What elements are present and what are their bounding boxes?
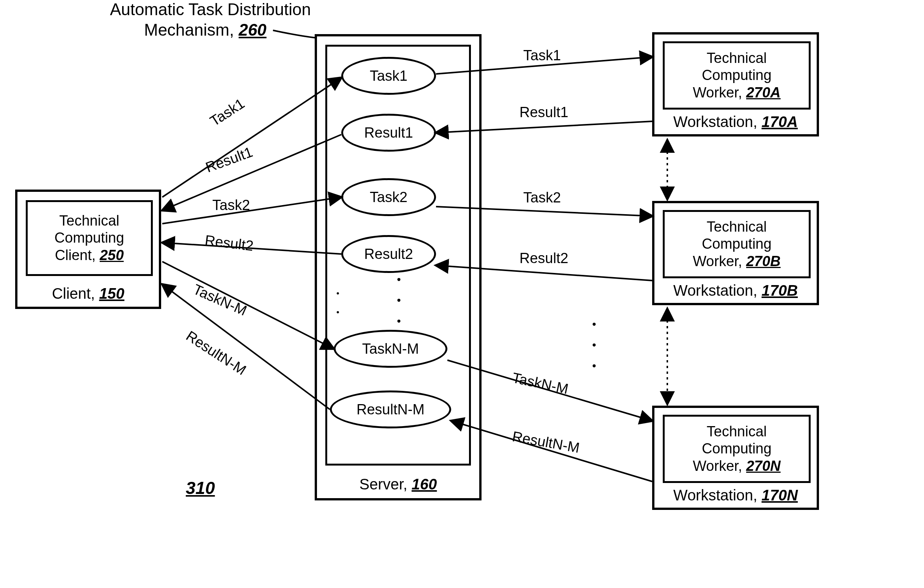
label-worker-result2: Result2	[520, 250, 568, 267]
title-num: 260	[239, 20, 266, 39]
worker-a-line1: Technical	[693, 49, 780, 67]
figure-number: 310	[186, 478, 215, 498]
worker-n-line3-prefix: Worker,	[693, 458, 746, 474]
workstation-b-box: Technical Computing Worker, 270B Worksta…	[652, 201, 819, 305]
label-worker-task2: Task2	[523, 189, 561, 206]
ellipse-resultnm: ResultN-M	[330, 390, 451, 428]
label-worker-task1: Task1	[523, 48, 561, 64]
worker-n-line2: Computing	[693, 440, 780, 458]
server-vdots: • • •	[393, 278, 405, 330]
worker-n-line1: Technical	[693, 423, 780, 441]
ellipse-result1: Result1	[341, 114, 436, 152]
server-footer-prefix: Server,	[360, 476, 412, 492]
diagram-title-line1: Automatic Task Distribution	[110, 0, 311, 19]
ellipse-result2: Result2	[341, 235, 436, 273]
server-footer-num: 160	[412, 476, 437, 492]
workstation-b-footer: Workstation, 170B	[654, 282, 817, 299]
label-client-result2: Result2	[204, 232, 254, 254]
client-line2: Computing	[54, 229, 124, 247]
client-box: Technical Computing Client, 250 Client, …	[15, 189, 161, 309]
worker-b-line1: Technical	[693, 218, 780, 236]
label-worker-result1: Result1	[520, 104, 568, 120]
label-client-task1: Task1	[207, 95, 248, 129]
label-client-tasknm: TaskN-M	[191, 281, 249, 319]
title-prefix: Mechanism,	[144, 20, 239, 39]
workstation-a-footer: Workstation, 170A	[654, 114, 817, 130]
worker-b-inner: Technical Computing Worker, 270B	[663, 210, 811, 278]
label-client-task2: Task2	[212, 197, 250, 213]
label-worker-tasknm: TaskN-M	[511, 370, 570, 397]
label-client-result1: Result1	[204, 144, 255, 176]
client-inner-box: Technical Computing Client, 250	[26, 200, 153, 276]
worker-b-line3-num: 270B	[746, 253, 780, 269]
worker-n-line3-num: 270N	[746, 458, 780, 474]
workstation-a-prefix: Workstation,	[673, 114, 762, 130]
workstation-a-box: Technical Computing Worker, 270A Worksta…	[652, 32, 819, 137]
client-line3-num: 250	[100, 247, 124, 263]
worker-a-line3-num: 270A	[746, 84, 780, 100]
worker-n-inner: Technical Computing Worker, 270N	[663, 415, 811, 483]
worker-b-line2: Computing	[693, 236, 780, 253]
client-footer-prefix: Client,	[52, 285, 99, 302]
workstation-b-num: 170B	[762, 282, 798, 299]
server-footer: Server, 160	[317, 476, 479, 493]
label-client-resultnm: ResultN-M	[183, 328, 249, 379]
ellipse-tasknm: TaskN-M	[334, 330, 447, 368]
workstation-n-footer: Workstation, 170N	[654, 487, 817, 504]
worker-a-inner: Technical Computing Worker, 270A	[663, 41, 811, 110]
worker-a-line3-prefix: Worker,	[693, 84, 746, 100]
workstation-n-num: 170N	[762, 487, 798, 504]
workstation-b-prefix: Workstation,	[673, 282, 762, 299]
label-worker-resultnm: ResultN-M	[511, 428, 581, 456]
workstation-a-num: 170A	[762, 114, 798, 130]
right-vdots: • • •	[588, 322, 601, 375]
ellipse-task2: Task2	[341, 178, 436, 216]
server-vdots-small: • •	[333, 292, 343, 321]
client-line3-prefix: Client,	[55, 247, 100, 263]
worker-b-line3-prefix: Worker,	[693, 253, 746, 269]
client-footer-num: 150	[99, 285, 124, 302]
client-line1: Technical	[54, 212, 124, 230]
ellipse-task1: Task1	[341, 57, 436, 95]
client-footer: Client, 150	[17, 285, 159, 302]
diagram-title-line2: Mechanism, 260	[144, 20, 267, 40]
workstation-n-prefix: Workstation,	[673, 487, 762, 504]
worker-a-line2: Computing	[693, 67, 780, 84]
workstation-n-box: Technical Computing Worker, 270N Worksta…	[652, 406, 819, 510]
